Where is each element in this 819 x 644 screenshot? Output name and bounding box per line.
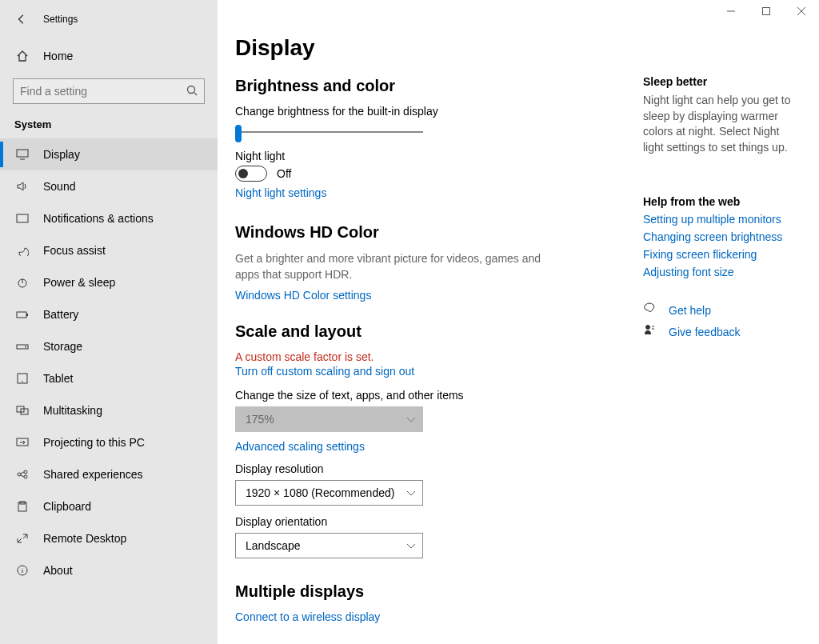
home-label: Home bbox=[43, 50, 73, 62]
nav-label: Remote Desktop bbox=[43, 532, 126, 545]
remote-desktop-icon bbox=[14, 533, 30, 544]
back-button[interactable] bbox=[10, 7, 34, 31]
svg-rect-19 bbox=[763, 8, 770, 15]
projecting-icon bbox=[14, 437, 30, 448]
nav-label: Shared experiences bbox=[43, 468, 143, 481]
svg-point-14 bbox=[24, 470, 27, 474]
nav-label: Projecting to this PC bbox=[43, 436, 145, 449]
sleep-better-desc: Night light can help you get to sleep by… bbox=[643, 93, 795, 155]
brightness-slider-label: Change brightness for the built-in displ… bbox=[235, 105, 619, 118]
sidebar-item-projecting[interactable]: Projecting to this PC bbox=[0, 426, 218, 458]
feedback-icon bbox=[643, 324, 657, 339]
orientation-select[interactable]: Landscape bbox=[235, 533, 423, 558]
give-feedback-link[interactable]: Give feedback bbox=[669, 326, 741, 338]
nav-label: Storage bbox=[43, 340, 82, 353]
sidebar-item-shared-experiences[interactable]: Shared experiences bbox=[0, 458, 218, 490]
page-title: Display bbox=[235, 35, 619, 61]
connect-wireless-link[interactable]: Connect to a wireless display bbox=[235, 610, 619, 623]
nav-label: Multitasking bbox=[43, 404, 102, 417]
help-link-fontsize[interactable]: Adjusting font size bbox=[643, 266, 795, 278]
chevron-down-icon bbox=[406, 539, 416, 552]
nav-label: Display bbox=[43, 148, 80, 161]
help-link-brightness[interactable]: Changing screen brightness bbox=[643, 230, 795, 243]
sidebar-item-focus-assist[interactable]: Focus assist bbox=[0, 234, 218, 266]
nav-label: Battery bbox=[43, 308, 78, 321]
sidebar-item-about[interactable]: About bbox=[0, 554, 218, 586]
nightlight-state: Off bbox=[277, 167, 291, 180]
text-size-value: 175% bbox=[246, 413, 274, 426]
resolution-label: Display resolution bbox=[235, 462, 619, 475]
window-title: Settings bbox=[43, 14, 78, 25]
sidebar-item-clipboard[interactable]: Clipboard bbox=[0, 490, 218, 522]
nav-label: Power & sleep bbox=[43, 276, 115, 289]
text-size-label: Change the size of text, apps, and other… bbox=[235, 389, 619, 402]
chevron-down-icon bbox=[406, 413, 416, 426]
clipboard-icon bbox=[14, 501, 30, 512]
help-link-flicker[interactable]: Fixing screen flickering bbox=[643, 248, 795, 261]
sidebar-item-battery[interactable]: Battery bbox=[0, 298, 218, 330]
nav-label: Clipboard bbox=[43, 500, 91, 513]
svg-point-7 bbox=[25, 346, 26, 348]
sidebar-nav: Display Sound Notifications & actions Fo… bbox=[0, 138, 218, 644]
nav-label: Sound bbox=[43, 180, 75, 193]
scale-heading: Scale and layout bbox=[235, 322, 619, 341]
nav-label: Focus assist bbox=[43, 244, 106, 257]
nightlight-settings-link[interactable]: Night light settings bbox=[235, 186, 619, 199]
battery-icon bbox=[14, 309, 30, 320]
sidebar-item-notifications[interactable]: Notifications & actions bbox=[0, 202, 218, 234]
svg-point-15 bbox=[24, 475, 27, 478]
maximize-button[interactable] bbox=[749, 0, 784, 22]
minimize-icon bbox=[727, 7, 735, 15]
advanced-scaling-link[interactable]: Advanced scaling settings bbox=[235, 440, 619, 453]
multiple-displays-heading: Multiple displays bbox=[235, 582, 619, 601]
get-help-icon bbox=[643, 302, 657, 318]
nightlight-toggle[interactable] bbox=[235, 166, 267, 182]
nav-label: About bbox=[43, 564, 73, 577]
power-icon bbox=[14, 277, 30, 288]
sidebar-item-multitasking[interactable]: Multitasking bbox=[0, 394, 218, 426]
maximize-icon bbox=[762, 7, 770, 15]
sidebar-item-tablet[interactable]: Tablet bbox=[0, 362, 218, 394]
sidebar-item-power-sleep[interactable]: Power & sleep bbox=[0, 266, 218, 298]
orientation-label: Display orientation bbox=[235, 515, 619, 528]
hdcolor-link[interactable]: Windows HD Color settings bbox=[235, 289, 619, 302]
svg-point-13 bbox=[18, 473, 21, 476]
nightlight-label: Night light bbox=[235, 150, 619, 162]
home-nav[interactable]: Home bbox=[0, 40, 218, 72]
sidebar-item-remote-desktop[interactable]: Remote Desktop bbox=[0, 522, 218, 554]
about-icon bbox=[14, 565, 30, 576]
svg-rect-4 bbox=[17, 312, 26, 318]
help-from-web-heading: Help from the web bbox=[643, 195, 795, 208]
focus-assist-icon bbox=[14, 245, 30, 256]
minimize-button[interactable] bbox=[713, 0, 749, 22]
resolution-select[interactable]: 1920 × 1080 (Recommended) bbox=[235, 480, 423, 506]
svg-point-9 bbox=[22, 381, 23, 382]
sidebar-item-display[interactable]: Display bbox=[0, 138, 218, 170]
help-link-monitors[interactable]: Setting up multiple monitors bbox=[643, 213, 795, 226]
text-size-select: 175% bbox=[235, 406, 423, 432]
chevron-down-icon bbox=[406, 486, 416, 499]
notifications-icon bbox=[14, 213, 30, 224]
storage-icon bbox=[14, 341, 30, 352]
arrow-left-icon bbox=[16, 14, 27, 25]
display-icon bbox=[14, 149, 30, 160]
svg-rect-2 bbox=[17, 214, 28, 222]
sidebar-item-storage[interactable]: Storage bbox=[0, 330, 218, 362]
nav-label: Tablet bbox=[43, 372, 73, 385]
svg-rect-1 bbox=[17, 150, 28, 157]
svg-point-0 bbox=[188, 86, 195, 94]
nav-label: Notifications & actions bbox=[43, 212, 154, 225]
close-icon bbox=[797, 7, 805, 15]
search-input[interactable] bbox=[13, 78, 205, 104]
sidebar-item-sound[interactable]: Sound bbox=[0, 170, 218, 202]
home-icon bbox=[14, 50, 30, 62]
get-help-link[interactable]: Get help bbox=[669, 304, 711, 317]
turnoff-scaling-link[interactable]: Turn off custom scaling and sign out bbox=[235, 365, 619, 378]
close-button[interactable] bbox=[784, 0, 819, 22]
brightness-slider[interactable] bbox=[235, 122, 423, 142]
orientation-value: Landscape bbox=[246, 539, 301, 552]
hdcolor-heading: Windows HD Color bbox=[235, 223, 619, 242]
tablet-icon bbox=[14, 373, 30, 384]
brightness-heading: Brightness and color bbox=[235, 77, 619, 95]
resolution-value: 1920 × 1080 (Recommended) bbox=[246, 486, 394, 499]
